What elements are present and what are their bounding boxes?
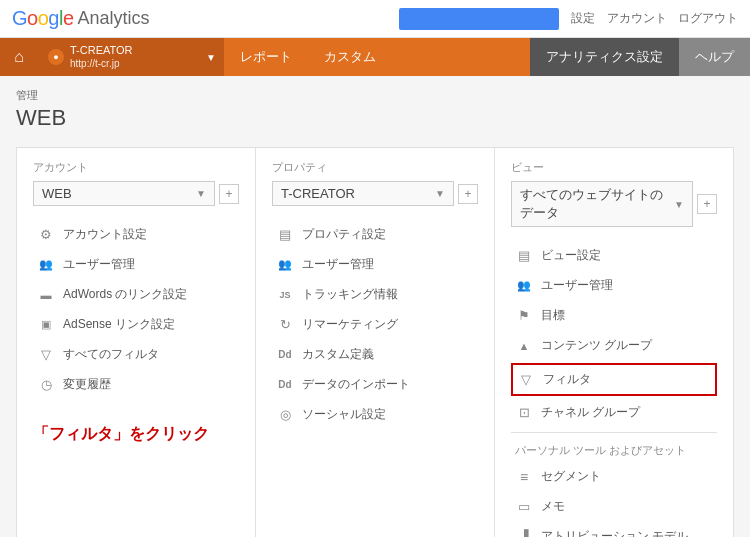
view-dropdown[interactable]: すべてのウェブサイトのデータ ▼ [511, 181, 693, 227]
content-icon [515, 338, 533, 354]
menu-goals[interactable]: 目標 [511, 301, 717, 331]
admin-columns: アカウント WEB ▼ + アカウント設定 ユーザー管理 AdWords のリン… [16, 147, 734, 537]
view-column: ビュー すべてのウェブサイトのデータ ▼ + ビュー設定 ユーザー管理 目標 [495, 148, 733, 537]
property-expand-btn[interactable]: + [458, 184, 478, 204]
section-label: パーソナル ツール およびアセット [511, 432, 717, 462]
menu-data-import-label: データのインポート [302, 376, 410, 393]
menu-view-user-mgmt[interactable]: ユーザー管理 [511, 271, 717, 301]
property-icon [276, 227, 294, 243]
nav-custom[interactable]: カスタム [308, 38, 392, 76]
menu-segments-label: セグメント [541, 468, 601, 485]
menu-property-settings-label: プロパティ設定 [302, 226, 386, 243]
menu-segments[interactable]: セグメント [511, 462, 717, 492]
page-label: 管理 [16, 88, 734, 103]
channel-icon [515, 405, 533, 421]
menu-filters-label: フィルタ [543, 371, 591, 388]
adwords-icon [37, 287, 55, 303]
site-text: T-CREATOR http://t-cr.jp [70, 44, 133, 69]
menu-custom-def-label: カスタム定義 [302, 346, 374, 363]
menu-all-filters-label: すべてのフィルタ [63, 346, 159, 363]
view-expand-btn[interactable]: + [697, 194, 717, 214]
target-icon [515, 308, 533, 324]
menu-filters[interactable]: フィルタ [511, 363, 717, 396]
menu-all-filters[interactable]: すべてのフィルタ [33, 340, 239, 370]
menu-change-history-label: 変更履歴 [63, 376, 111, 393]
menu-memo[interactable]: メモ [511, 492, 717, 522]
menu-social-settings[interactable]: ソーシャル設定 [272, 400, 478, 430]
menu-account-settings-label: アカウント設定 [63, 226, 147, 243]
menu-property-settings[interactable]: プロパティ設定 [272, 220, 478, 250]
click-label: 「フィルタ」をクリック [33, 420, 239, 449]
menu-account-settings[interactable]: アカウント設定 [33, 220, 239, 250]
nav-report[interactable]: レポート [224, 38, 308, 76]
menu-memo-label: メモ [541, 498, 565, 515]
nav-mid: レポート カスタム [224, 38, 530, 76]
menu-channel-groups[interactable]: チャネル グループ [511, 398, 717, 428]
site-icon: ● [48, 49, 64, 65]
account-column: アカウント WEB ▼ + アカウント設定 ユーザー管理 AdWords のリン… [17, 148, 256, 537]
view-col-header: ビュー [511, 160, 717, 175]
account-dropdown-value: WEB [42, 186, 72, 201]
menu-view-settings-label: ビュー設定 [541, 247, 601, 264]
filter-icon [37, 347, 55, 363]
google-logo: Google [12, 7, 74, 30]
account-dropdown-row: WEB ▼ + [33, 181, 239, 206]
view-icon [515, 248, 533, 264]
logout-link[interactable]: ログアウト [678, 10, 738, 27]
menu-adwords-link-label: AdWords のリンク設定 [63, 286, 187, 303]
menu-account-user-mgmt[interactable]: ユーザー管理 [33, 250, 239, 280]
nav-arrow[interactable]: ▼ [198, 38, 224, 76]
menu-remarketing-label: リマーケティング [302, 316, 398, 333]
view-dropdown-arrow: ▼ [674, 199, 684, 210]
analytics-logo-text: Analytics [78, 8, 150, 29]
menu-account-user-mgmt-label: ユーザー管理 [63, 256, 135, 273]
nav-right: アナリティクス設定 ヘルプ [530, 38, 750, 76]
view-dropdown-row: すべてのウェブサイトのデータ ▼ + [511, 181, 717, 227]
history-icon [37, 377, 55, 393]
nav-analytics-settings[interactable]: アナリティクス設定 [530, 38, 679, 76]
menu-adsense-link-label: AdSense リンク設定 [63, 316, 175, 333]
site-selector: ● T-CREATOR http://t-cr.jp [38, 38, 198, 76]
menu-view-user-mgmt-label: ユーザー管理 [541, 277, 613, 294]
property-dropdown[interactable]: T-CREATOR ▼ [272, 181, 454, 206]
menu-change-history[interactable]: 変更履歴 [33, 370, 239, 400]
menu-custom-def[interactable]: カスタム定義 [272, 340, 478, 370]
property-col-header: プロパティ [272, 160, 478, 175]
nav-help[interactable]: ヘルプ [679, 38, 750, 76]
account-expand-btn[interactable]: + [219, 184, 239, 204]
home-button[interactable] [0, 38, 38, 76]
menu-channel-groups-label: チャネル グループ [541, 404, 640, 421]
menu-data-import[interactable]: データのインポート [272, 370, 478, 400]
menu-attribution-model[interactable]: アトリビューション モデル [511, 522, 717, 537]
menu-property-user-mgmt-label: ユーザー管理 [302, 256, 374, 273]
main-content: 管理 WEB アカウント WEB ▼ + アカウント設定 ユーザー管理 [0, 76, 750, 537]
menu-property-user-mgmt[interactable]: ユーザー管理 [272, 250, 478, 280]
account-col-header: アカウント [33, 160, 239, 175]
remarketing-icon [276, 317, 294, 333]
logo: Google Analytics [12, 7, 150, 30]
header: Google Analytics 設定 アカウント ログアウト [0, 0, 750, 38]
menu-content-groups[interactable]: コンテンツ グループ [511, 331, 717, 361]
menu-tracking-info-label: トラッキング情報 [302, 286, 398, 303]
header-search-bar[interactable] [399, 8, 559, 30]
menu-remarketing[interactable]: リマーケティング [272, 310, 478, 340]
menu-adsense-link[interactable]: AdSense リンク設定 [33, 310, 239, 340]
account-dropdown[interactable]: WEB ▼ [33, 181, 215, 206]
property-dropdown-row: T-CREATOR ▼ + [272, 181, 478, 206]
menu-view-settings[interactable]: ビュー設定 [511, 241, 717, 271]
social-icon [276, 407, 294, 423]
menu-attribution-model-label: アトリビューション モデル [541, 528, 688, 537]
adsense-icon [37, 317, 55, 333]
people-icon [276, 257, 294, 273]
menu-adwords-link[interactable]: AdWords のリンク設定 [33, 280, 239, 310]
people-icon [37, 257, 55, 273]
site-name: T-CREATOR [70, 44, 133, 57]
js-icon [276, 287, 294, 303]
property-dropdown-value: T-CREATOR [281, 186, 355, 201]
page-title: WEB [16, 105, 734, 131]
filter2-icon [517, 372, 535, 388]
home-icon [14, 48, 24, 66]
account-link[interactable]: アカウント [607, 10, 667, 27]
settings-link[interactable]: 設定 [571, 10, 595, 27]
menu-tracking-info[interactable]: トラッキング情報 [272, 280, 478, 310]
